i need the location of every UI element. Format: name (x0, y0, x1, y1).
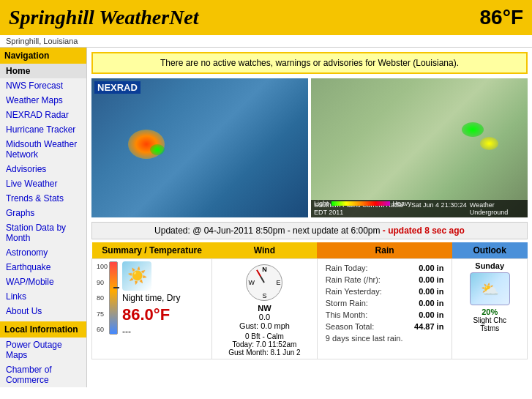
sidebar-item-nws[interactable]: NWS Forecast (0, 78, 86, 93)
nexrad-label: NEXRAD (94, 81, 141, 94)
sidebar-item-chamber[interactable]: Chamber of Commerce (0, 362, 86, 387)
page-header: Springhill WeatherNet 86°F (0, 0, 532, 35)
extra-reading: --- (122, 327, 180, 337)
temp-bar (109, 261, 118, 335)
sidebar-item-wap[interactable]: WAP/Mobile (0, 275, 86, 289)
sidebar-item-station[interactable]: Station Data by Month (0, 220, 86, 245)
wind-compass-area: N S E W NW 0.0 Gust: 0.0 mph (217, 261, 312, 357)
wind-direction: NW (239, 304, 290, 313)
sidebar-item-advisories[interactable]: Advisories (0, 162, 86, 176)
big-temperature: 86.0°F (122, 305, 180, 324)
sidebar-item-weather-maps[interactable]: Weather Maps (0, 93, 86, 108)
rain-today-val: 0.00 in (402, 263, 446, 273)
since-rain-text: 9 days since last rain. (323, 333, 446, 343)
rain-yesterday-label: Rain Yesterday: (323, 286, 401, 297)
month-rain-label: This Month: (323, 310, 401, 320)
wind-height: 0 Bft - Calm (245, 332, 284, 340)
update-bar: Updated: @ 04-Jun-2011 8:50pm - next upd… (91, 222, 528, 239)
nexrad-radar-left: NEXRAD (91, 78, 308, 217)
rain-today-row: Rain Today: 0.00 in (323, 263, 446, 273)
weather-data-table: Summary / Temperature Wind Rain Outlook (91, 242, 528, 359)
col-header-wind: Wind (212, 242, 318, 259)
nexrad-radar-right: Southern Plains Current Radar Sat Jun 4 … (311, 78, 528, 217)
sidebar-item-live[interactable]: Live Weather (0, 176, 86, 191)
compass-s: S (262, 292, 266, 299)
location-subtitle: Springhill, Louisiana (0, 35, 532, 48)
summary-right: ☀️ Night time, Dry 86.0°F --- (122, 261, 180, 337)
sidebar-item-about[interactable]: About Us (0, 304, 86, 318)
season-label: Season Total: (323, 321, 401, 332)
compass-n: N (262, 266, 267, 273)
update-badge: - updated 8 sec ago (383, 225, 465, 236)
sidebar-item-hurricane[interactable]: Hurricane Tracker (0, 122, 86, 137)
outlook-pct: 20% (457, 307, 522, 316)
season-val: 44.87 in (402, 321, 446, 332)
wind-details: NW 0.0 Gust: 0.0 mph (239, 304, 290, 330)
sidebar-item-graphs[interactable]: Graphs (0, 206, 86, 220)
weather-icon: ☀️ (122, 261, 151, 291)
sidebar-item-links[interactable]: Links (0, 289, 86, 304)
wind-gust-month: Gust Month: 8.1 Jun 2 (228, 348, 300, 357)
wind-cell: N S E W NW 0.0 Gust: 0.0 mph (212, 259, 318, 359)
alert-bar: There are no active watches, warnings or… (91, 52, 528, 74)
compass-rose: N S E W (246, 264, 282, 301)
rain-rate-row: Rain Rate (/hr): 0.00 in (323, 275, 446, 285)
nav-section-header: Navigation (0, 48, 86, 64)
wind-gust: Gust: 0.0 mph (239, 321, 290, 330)
storm-rain-val: 0.00 in (402, 298, 446, 308)
main-layout: Navigation Home NWS Forecast Weather Map… (0, 48, 532, 387)
sidebar-item-astronomy[interactable]: Astronomy (0, 245, 86, 260)
month-rain-val: 0.00 in (402, 310, 446, 320)
sidebar-item-midsouth[interactable]: Midsouth Weather Network (0, 137, 86, 162)
condition-text: Night time, Dry (122, 293, 180, 303)
storm-rain-row: Storm Rain: 0.00 in (323, 298, 446, 308)
legend-color-bar (331, 201, 390, 206)
local-info-header: Local Information (0, 321, 86, 338)
storm-rain-label: Storm Rain: (323, 298, 401, 308)
sidebar-item-trends[interactable]: Trends & Stats (0, 191, 86, 206)
month-rain-row: This Month: 0.00 in (323, 310, 446, 320)
rain-yesterday-val: 0.00 in (402, 286, 446, 297)
radar-legend: Light Heavy (311, 200, 528, 207)
main-content: There are no active watches, warnings or… (87, 48, 532, 387)
compass-w: W (248, 279, 255, 286)
summary-top: 100 90 80 75 60 (97, 261, 207, 337)
current-temperature: 86°F (480, 6, 523, 29)
sidebar-item-earthquake[interactable]: Earthquake (0, 260, 86, 275)
alert-message: There are no active watches, warnings or… (160, 58, 459, 68)
outlook-day: Sunday (457, 261, 522, 270)
summary-inner: 100 90 80 75 60 (97, 261, 207, 337)
update-text: Updated: @ 04-Jun-2011 8:50pm - next upd… (154, 225, 380, 236)
col-header-rain: Rain (317, 242, 452, 259)
col-header-summary: Summary / Temperature (92, 242, 212, 259)
location-text: Springhill, Louisiana (6, 37, 78, 45)
radar-row: NEXRAD Southern Plains Current Radar Sat… (91, 78, 528, 217)
rain-today-label: Rain Today: (323, 263, 401, 273)
summary-cell: 100 90 80 75 60 (92, 259, 212, 359)
sidebar-item-home[interactable]: Home (0, 64, 86, 78)
rain-table: Rain Today: 0.00 in Rain Rate (/hr): 0.0… (322, 261, 448, 345)
sidebar-item-power-outage[interactable]: Power Outage Maps (0, 338, 86, 362)
rain-cell: Rain Today: 0.00 in Rain Rate (/hr): 0.0… (317, 259, 452, 359)
outlook-cell: Sunday ⛅ 20% Slight ChcTstms (452, 259, 528, 359)
since-rain-row: 9 days since last rain. (323, 333, 446, 343)
compass-circle: N S E W (246, 264, 282, 301)
outlook-desc: Slight ChcTstms (457, 316, 522, 332)
site-title: Springhill WeatherNet (9, 6, 199, 29)
sidebar: Navigation Home NWS Forecast Weather Map… (0, 48, 87, 387)
col-header-outlook: Outlook (452, 242, 528, 259)
outlook-weather-icon: ⛅ (470, 272, 510, 305)
season-total-row: Season Total: 44.87 in (323, 321, 446, 332)
wind-speed: 0.0 (239, 313, 290, 321)
temp-scale: 100 90 80 75 60 (97, 261, 108, 335)
rain-rate-label: Rain Rate (/hr): (323, 275, 401, 285)
compass-e: E (276, 279, 280, 286)
sidebar-item-nexrad[interactable]: NEXRAD Radar (0, 108, 86, 122)
rain-yesterday-row: Rain Yesterday: 0.00 in (323, 286, 446, 297)
temp-indicator (113, 287, 119, 288)
temp-sidebar: 100 90 80 75 60 (97, 261, 118, 335)
rain-rate-val: 0.00 in (402, 275, 446, 285)
wind-today: Today: 7.0 11:52am (233, 340, 297, 348)
